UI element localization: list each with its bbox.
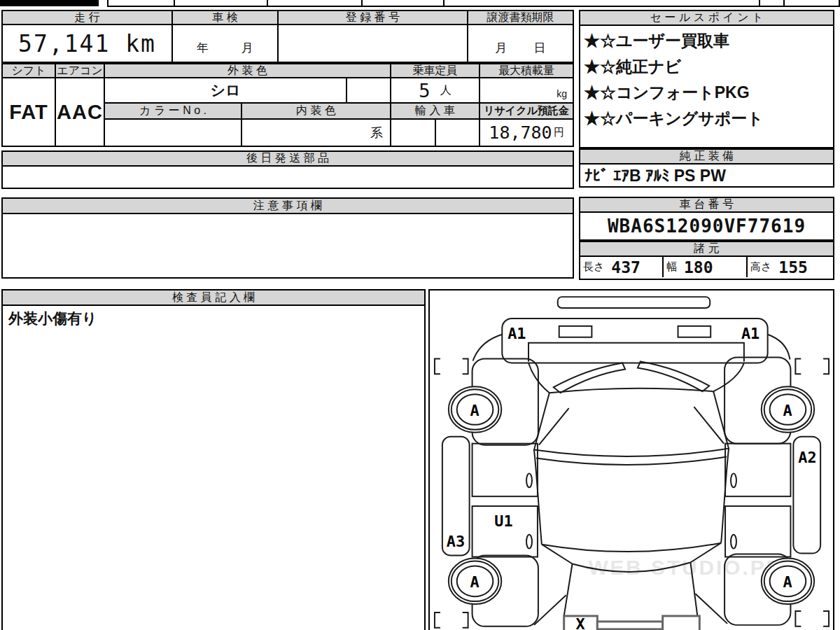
damage-label-wheel-rear-right: A — [783, 573, 792, 591]
mileage-header: 走 行 — [3, 11, 173, 25]
max-load-header: 最大積載量 — [480, 64, 573, 78]
sales-point-item: ★☆純正ナビ — [584, 54, 830, 80]
capacity-value: 5 人 — [391, 78, 480, 104]
aircon-value: AAC — [56, 78, 105, 146]
damage-label-wheel-front-left: A — [470, 402, 479, 419]
rear-panel-box-right — [663, 616, 700, 630]
hood-edge-right — [713, 363, 744, 391]
top-cut-cell — [785, 0, 839, 6]
exterior-color-value: シロ — [105, 78, 347, 104]
door-handle-front-right — [731, 473, 736, 487]
max-load-value: kg — [480, 78, 573, 104]
inspector-notes-header: 検 査 員 記 入 欄 — [3, 290, 424, 306]
specs-box: 諸 元 長さ 437 幅 180 高さ 155 — [579, 241, 834, 280]
transfer-deadline-header: 譲渡書類期限 — [468, 11, 573, 25]
mirror-bracket-top-left — [435, 359, 468, 374]
mileage-value: 57,141 km — [3, 25, 173, 62]
transfer-deadline-value: 月 日 — [468, 25, 573, 62]
inspector-notes-value: 外装小傷有り — [3, 306, 424, 331]
exterior-color-header: 外 装 色 — [105, 64, 391, 78]
spec-length-label: 長さ — [583, 260, 604, 274]
capacity-header: 乗車定員 — [391, 64, 480, 78]
interior-color-header: 内 装 色 — [242, 104, 391, 120]
roof-front-arc — [536, 457, 727, 465]
color-no-header: カ ラ ー N o . — [105, 104, 242, 120]
bumper-hood-seam — [528, 343, 744, 362]
sales-points-header: セ ー ル ス ポ イ ン ト — [580, 11, 833, 26]
front-fender-join-left — [473, 335, 503, 361]
front-bumper-rect-left — [559, 326, 592, 337]
capacity-number: 5 — [419, 80, 430, 102]
exterior-color-extra-cell — [347, 78, 391, 104]
aircon-header: エアコン — [56, 64, 105, 78]
specs-header: 諸 元 — [580, 242, 833, 257]
sales-point-item: ★☆パーキングサポート — [584, 106, 830, 132]
mirror-bracket-bottom-right — [795, 611, 829, 626]
front-door-right — [725, 444, 790, 496]
top-cut-cell — [760, 0, 785, 6]
sales-point-item: ★☆コンフォートPKG — [584, 80, 830, 106]
cautions-value — [3, 214, 573, 276]
spec-height: 高さ 155 — [748, 257, 833, 277]
door-handle-rear-right — [731, 535, 736, 549]
shift-header: シフト — [3, 64, 56, 78]
recycle-deposit-value: 18,780 円 — [480, 120, 573, 146]
main-table-middle: シフト エアコン 外 装 色 乗車定員 最大積載量 FAT AAC シロ 5 人… — [1, 63, 574, 147]
top-cut-cell — [444, 0, 760, 6]
recycle-deposit-header: リサイクル預託金 — [480, 104, 573, 120]
capacity-unit: 人 — [440, 83, 451, 98]
damage-label-bumper-right: A1 — [741, 325, 760, 342]
damage-label-wheel-rear-left: A — [470, 573, 479, 591]
import-car-header: 輸 入 車 — [391, 104, 480, 120]
spec-length: 長さ 437 — [580, 257, 664, 277]
damage-label-bumper-left: A1 — [507, 325, 526, 342]
top-cut-cell — [175, 0, 268, 6]
spec-width: 幅 180 — [664, 257, 748, 277]
top-cut-black-block — [0, 0, 99, 6]
front-bumper — [502, 318, 767, 363]
import-car-cell-right — [436, 120, 480, 146]
main-table-top: 走 行 車 検 登 録 番 号 譲渡書類期限 57,141 km 年 月 月 日 — [1, 10, 574, 63]
recycle-deposit-unit: 円 — [554, 126, 564, 139]
cautions-header: 注 意 事 項 欄 — [3, 199, 573, 214]
inspection-value: 年 月 — [173, 25, 279, 62]
damage-label-rear-door-left: U1 — [494, 512, 512, 530]
cautions-box: 注 意 事 項 欄 — [1, 197, 574, 279]
rear-license-bar — [597, 622, 662, 629]
chassis-number-value: WBA6S12090VF77619 — [580, 213, 833, 239]
damage-label-wheel-front-right: A — [783, 402, 792, 419]
color-no-value — [105, 120, 242, 146]
front-door-left — [472, 444, 538, 496]
roof-rear-arc — [542, 543, 721, 552]
top-cut-row — [107, 0, 840, 7]
inspector-notes-box: 検 査 員 記 入 欄 外装小傷有り — [1, 289, 426, 630]
genuine-equipment-header: 純 正 装 備 — [580, 150, 833, 164]
sales-points-box: セ ー ル ス ポ イ ン ト ★☆ユーザー買取車 ★☆純正ナビ ★☆コンフォー… — [579, 10, 834, 148]
spec-length-value: 437 — [611, 258, 640, 276]
door-handle-front-left — [526, 473, 532, 487]
wheel-rear-left: A — [449, 559, 501, 605]
chassis-number-header: 車 台 番 号 — [580, 198, 833, 213]
mirror-bracket-bottom-left — [435, 612, 468, 628]
front-fender-join-right — [768, 335, 790, 360]
chassis-number-box: 車 台 番 号 WBA6S12090VF77619 — [579, 197, 834, 241]
door-handle-rear-left — [526, 535, 532, 549]
spec-width-value: 180 — [684, 258, 713, 276]
rear-door-right — [725, 506, 790, 556]
wiper-right — [638, 361, 709, 391]
damage-diagram-box: WEB STUDIO.PRO A1 A1 — [428, 289, 834, 630]
damage-label-rocker-left: A3 — [447, 533, 465, 550]
import-car-cell-left — [391, 120, 436, 146]
spec-height-label: 高さ — [750, 260, 771, 274]
windshield — [534, 388, 729, 456]
genuine-equipment-value: ﾅﾋﾞ ｴｱB ｱﾙﾐ PS PW — [580, 164, 833, 188]
registration-header: 登 録 番 号 — [279, 11, 468, 25]
later-shipped-parts-value — [3, 167, 573, 186]
damage-label-rocker-right: A2 — [798, 449, 816, 466]
genuine-equipment-box: 純 正 装 備 ﾅﾋﾞ ｴｱB ｱﾙﾐ PS PW — [579, 148, 834, 188]
wheel-front-left: A — [449, 386, 501, 433]
registration-value — [279, 25, 468, 62]
wheel-front-right: A — [762, 386, 814, 433]
later-shipped-parts-box: 後 日 発 送 部 品 — [1, 150, 574, 189]
shift-value: FAT — [3, 78, 56, 146]
